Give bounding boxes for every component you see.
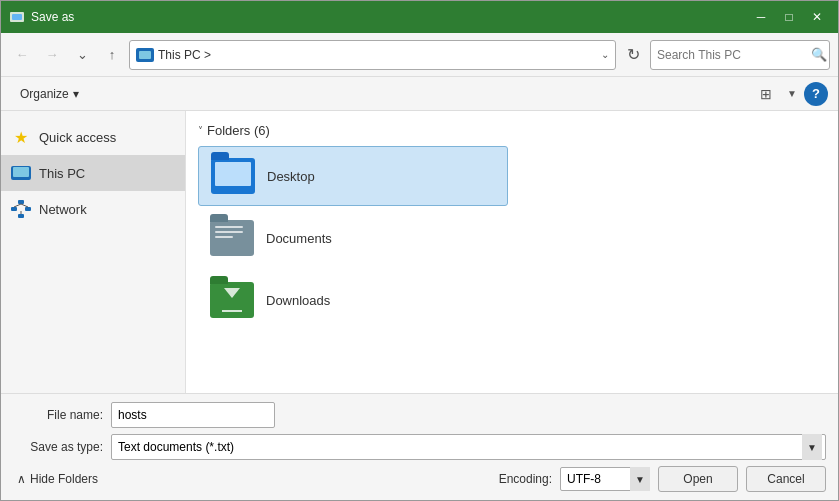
save-as-dialog: Save as ─ □ ✕ ← → ⌄ ↑ This PC > ⌄ ↻ 🔍 Or… — [0, 0, 839, 501]
address-text: This PC > — [158, 48, 597, 62]
svg-rect-5 — [18, 214, 24, 218]
savetype-row: Save as type: Text documents (*.txt) All… — [13, 434, 826, 460]
window-controls: ─ □ ✕ — [748, 7, 830, 27]
title-bar: Save as ─ □ ✕ — [1, 1, 838, 33]
minimize-button[interactable]: ─ — [748, 7, 774, 27]
action-buttons: Open Cancel — [658, 466, 826, 492]
savetype-wrapper[interactable]: Text documents (*.txt) All Files (*.*) ▼ — [111, 434, 826, 460]
folder-thumb-desktop — [209, 156, 257, 196]
svg-rect-2 — [18, 200, 24, 204]
sidebar-label-this-pc: This PC — [39, 166, 85, 181]
sidebar-item-quick-access[interactable]: ★ Quick access — [1, 119, 185, 155]
search-input[interactable] — [657, 48, 807, 62]
folder-item-downloads[interactable]: Downloads — [198, 270, 508, 330]
filename-row: File name: — [13, 402, 826, 428]
file-list: ˅ Folders (6) Desktop — [186, 111, 838, 393]
svg-line-7 — [21, 204, 28, 207]
maximize-button[interactable]: □ — [776, 7, 802, 27]
organize-toolbar: Organize ▾ ⊞ ▼ ? — [1, 77, 838, 111]
main-content: ★ Quick access This PC — [1, 111, 838, 393]
bottom-area: File name: Save as type: Text documents … — [1, 393, 838, 500]
hide-folders-button[interactable]: ∧ Hide Folders — [13, 470, 102, 488]
help-button[interactable]: ? — [804, 82, 828, 106]
folder-thumb-documents — [208, 218, 256, 258]
folder-name-downloads: Downloads — [266, 293, 330, 308]
cancel-button[interactable]: Cancel — [746, 466, 826, 492]
close-button[interactable]: ✕ — [804, 7, 830, 27]
savetype-select[interactable]: Text documents (*.txt) All Files (*.*) — [111, 434, 826, 460]
pc-icon — [11, 163, 31, 183]
encoding-label: Encoding: — [499, 472, 552, 486]
recent-locations-button[interactable]: ⌄ — [69, 42, 95, 68]
address-toolbar: ← → ⌄ ↑ This PC > ⌄ ↻ 🔍 — [1, 33, 838, 77]
section-label: Folders (6) — [207, 123, 270, 138]
sidebar-item-network[interactable]: Network — [1, 191, 185, 227]
sidebar-label-network: Network — [39, 202, 87, 217]
view-dropdown-button[interactable]: ▼ — [784, 82, 800, 106]
folder-name-documents: Documents — [266, 231, 332, 246]
savetype-label: Save as type: — [13, 440, 103, 454]
hide-folders-chevron: ∧ — [17, 472, 26, 486]
encoding-area: Encoding: UTF-8 ANSI Unicode UTF-16 BE ▼ — [499, 467, 650, 491]
address-dropdown-chevron[interactable]: ⌄ — [601, 49, 609, 60]
sidebar-item-this-pc[interactable]: This PC — [1, 155, 185, 191]
up-button[interactable]: ↑ — [99, 42, 125, 68]
organize-button[interactable]: Organize ▾ — [11, 82, 88, 106]
folder-grid: Desktop Documents — [194, 146, 830, 330]
encoding-select-wrapper[interactable]: UTF-8 ANSI Unicode UTF-16 BE ▼ — [560, 467, 650, 491]
filename-wrapper — [111, 402, 826, 428]
search-bar[interactable]: 🔍 — [650, 40, 830, 70]
bottom-buttons-row: ∧ Hide Folders Encoding: UTF-8 ANSI Unic… — [13, 466, 826, 492]
folder-item-documents[interactable]: Documents — [198, 208, 508, 268]
sidebar-label-quick-access: Quick access — [39, 130, 116, 145]
network-icon — [11, 199, 31, 219]
encoding-select[interactable]: UTF-8 ANSI Unicode UTF-16 BE — [560, 467, 650, 491]
dialog-icon — [9, 9, 25, 25]
dialog-title: Save as — [31, 10, 748, 24]
hide-folders-label: Hide Folders — [30, 472, 98, 486]
address-bar[interactable]: This PC > ⌄ — [129, 40, 616, 70]
folder-name-desktop: Desktop — [267, 169, 315, 184]
refresh-button[interactable]: ↻ — [620, 42, 646, 68]
folder-item-desktop[interactable]: Desktop — [198, 146, 508, 206]
open-button[interactable]: Open — [658, 466, 738, 492]
view-icon: ⊞ — [760, 86, 772, 102]
filename-input[interactable] — [111, 402, 275, 428]
view-controls: ⊞ ▼ ? — [752, 82, 828, 106]
star-icon: ★ — [11, 127, 31, 147]
svg-rect-4 — [25, 207, 31, 211]
svg-rect-1 — [12, 14, 22, 20]
svg-line-6 — [14, 204, 21, 207]
search-icon: 🔍 — [811, 47, 827, 62]
folder-thumb-downloads — [208, 280, 256, 320]
section-chevron[interactable]: ˅ — [198, 125, 203, 136]
section-header[interactable]: ˅ Folders (6) — [194, 119, 830, 146]
view-button[interactable]: ⊞ — [752, 82, 780, 106]
pc-icon — [136, 48, 154, 62]
sidebar: ★ Quick access This PC — [1, 111, 186, 393]
forward-button[interactable]: → — [39, 42, 65, 68]
filename-label: File name: — [13, 408, 103, 422]
svg-rect-3 — [11, 207, 17, 211]
back-button[interactable]: ← — [9, 42, 35, 68]
